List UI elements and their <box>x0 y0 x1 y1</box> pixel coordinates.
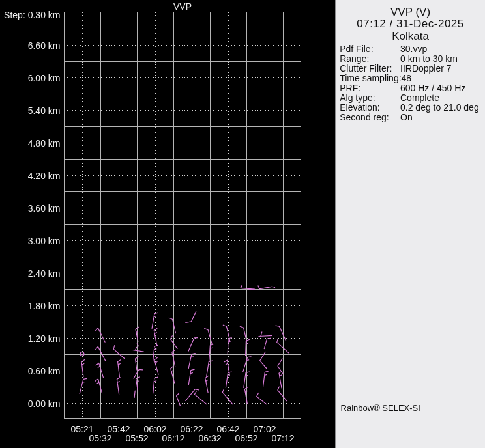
svg-text:6.60 km: 6.60 km <box>28 40 61 51</box>
svg-text:07:12: 07:12 <box>271 433 294 443</box>
svg-text:30.vvp: 30.vvp <box>400 44 427 54</box>
svg-text:5.40 km: 5.40 km <box>28 105 61 116</box>
svg-text:3.60 km: 3.60 km <box>28 203 61 214</box>
svg-text:0.2 deg to 21.0 deg: 0.2 deg to 21.0 deg <box>400 102 479 113</box>
svg-text:Pdf File:: Pdf File: <box>340 44 373 54</box>
svg-text:Alg type:: Alg type: <box>340 92 375 103</box>
svg-text:6.00 km: 6.00 km <box>28 73 61 83</box>
svg-text:3.00 km: 3.00 km <box>28 236 61 246</box>
svg-text:Rainbow® SELEX-SI: Rainbow® SELEX-SI <box>341 403 420 413</box>
svg-text:0.60 km: 0.60 km <box>28 366 61 376</box>
svg-text:On: On <box>400 112 413 122</box>
svg-text:0.00 km: 0.00 km <box>28 399 61 409</box>
svg-text:05:32: 05:32 <box>89 433 111 443</box>
svg-text:Elevation:: Elevation: <box>340 102 379 113</box>
svg-text:05:52: 05:52 <box>125 433 148 443</box>
svg-text:VVP (V): VVP (V) <box>390 6 430 18</box>
svg-text:Step: 0.30 km: Step: 0.30 km <box>4 10 60 20</box>
svg-text:Range:: Range: <box>340 53 369 64</box>
svg-text:4.80 km: 4.80 km <box>28 138 61 148</box>
svg-text:PRF:: PRF: <box>340 83 360 93</box>
svg-text:06:12: 06:12 <box>162 433 184 443</box>
svg-text:2.40 km: 2.40 km <box>28 268 61 279</box>
svg-text:Kolkata: Kolkata <box>392 30 429 42</box>
svg-text:VVP: VVP <box>173 1 192 12</box>
svg-text:0 km to 30 km: 0 km to 30 km <box>400 53 458 64</box>
svg-text:4.20 km: 4.20 km <box>28 171 61 181</box>
svg-text:600 Hz / 450 Hz: 600 Hz / 450 Hz <box>400 83 465 93</box>
svg-text:Second reg:: Second reg: <box>340 112 389 122</box>
svg-text:Time sampling:48: Time sampling:48 <box>340 73 411 83</box>
svg-text:1.80 km: 1.80 km <box>28 301 61 311</box>
svg-text:Clutter Filter:: Clutter Filter: <box>340 63 392 74</box>
svg-text:06:52: 06:52 <box>235 433 257 443</box>
svg-text:Complete: Complete <box>400 92 439 103</box>
svg-text:IIRDoppler 7: IIRDoppler 7 <box>400 63 452 74</box>
svg-text:06:32: 06:32 <box>198 433 221 443</box>
svg-text:1.20 km: 1.20 km <box>28 333 61 344</box>
svg-text:07:12 / 31-Dec-2025: 07:12 / 31-Dec-2025 <box>357 18 464 30</box>
